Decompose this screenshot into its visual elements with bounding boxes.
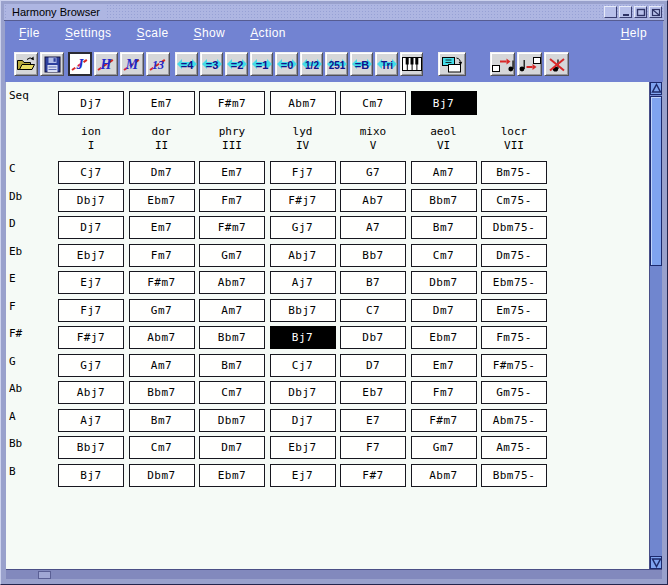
grid-chord-button[interactable]: Fm75- (481, 326, 547, 349)
grid-chord-button[interactable]: F#j7 (270, 189, 336, 212)
grid-chord-button[interactable]: Ab7 (340, 189, 406, 212)
vertical-scrollbar[interactable] (649, 82, 662, 569)
grid-chord-button[interactable]: B7 (340, 271, 406, 294)
horizontal-scrollbar-thumb[interactable] (38, 571, 51, 579)
open-button[interactable] (14, 52, 38, 76)
grid-chord-button[interactable]: F7 (340, 436, 406, 459)
seq-chord-button[interactable]: F#m7 (199, 91, 265, 115)
grid-chord-button[interactable]: Aj7 (58, 409, 124, 432)
grid-chord-button[interactable]: Abj7 (58, 381, 124, 404)
window-blank-button[interactable] (604, 6, 617, 18)
grid-chord-button[interactable]: Abj7 (270, 244, 336, 267)
grid-chord-button[interactable]: Am7 (199, 299, 265, 322)
grid-chord-button[interactable]: Fm7 (129, 244, 195, 267)
grid-chord-button[interactable]: Db7 (340, 326, 406, 349)
menu-file[interactable]: File (19, 26, 40, 40)
grid-chord-button[interactable]: Abm75- (481, 409, 547, 432)
delete-chord-button[interactable] (544, 52, 569, 76)
window-maximize-button[interactable] (634, 6, 647, 18)
grid-chord-button[interactable]: Gm7 (199, 244, 265, 267)
grid-chord-button[interactable]: Ebm7 (411, 326, 477, 349)
voicing-eq3-button[interactable]: =3 (200, 52, 223, 76)
grid-chord-button[interactable]: Am7 (411, 161, 477, 184)
grid-chord-button[interactable]: F#7 (340, 464, 406, 487)
grid-chord-button[interactable]: Em75- (481, 299, 547, 322)
menu-action[interactable]: Action (250, 26, 286, 40)
voicing-eq0-button[interactable]: =0 (275, 52, 298, 76)
voicing-eq1-button[interactable]: =1 (250, 52, 273, 76)
chord-type-h-button[interactable]: H (94, 52, 118, 76)
grid-chord-button[interactable]: Cj7 (270, 354, 336, 377)
grid-chord-button[interactable]: Em7 (199, 161, 265, 184)
grid-chord-button[interactable]: Bm7 (411, 216, 477, 239)
grid-chord-button[interactable]: Gj7 (270, 216, 336, 239)
grid-chord-button[interactable]: Em7 (129, 216, 195, 239)
seq-chord-button[interactable]: Dj7 (58, 91, 124, 115)
grid-chord-button[interactable]: Bm7 (129, 409, 195, 432)
window-minimize-button[interactable] (619, 6, 632, 18)
chord-type-13-button[interactable]: 13 (146, 52, 170, 76)
grid-chord-button[interactable]: Em7 (411, 354, 477, 377)
voicing-eqb-button[interactable]: =B (350, 52, 373, 76)
grid-chord-button[interactable]: Gm7 (411, 436, 477, 459)
grid-chord-button[interactable]: Bm75- (481, 161, 547, 184)
grid-chord-button[interactable]: Bm7 (199, 354, 265, 377)
grid-chord-button[interactable]: Bj7 (270, 326, 336, 349)
grid-chord-button[interactable]: Ebj7 (58, 244, 124, 267)
grid-chord-button[interactable]: Fj7 (58, 299, 124, 322)
voicing-tri-button[interactable]: Tri (375, 52, 398, 76)
grid-chord-button[interactable]: Gm7 (129, 299, 195, 322)
menu-show[interactable]: Show (194, 26, 226, 40)
grid-chord-button[interactable]: Bbj7 (270, 299, 336, 322)
grid-chord-button[interactable]: Dm7 (129, 161, 195, 184)
grid-chord-button[interactable]: Ebm7 (129, 189, 195, 212)
menu-settings[interactable]: Settings (65, 26, 112, 40)
grid-chord-button[interactable]: G7 (340, 161, 406, 184)
keyboard-button[interactable] (400, 52, 423, 76)
grid-chord-button[interactable]: Dm7 (411, 299, 477, 322)
titlebar[interactable]: Harmony Browser (4, 4, 664, 21)
grid-chord-button[interactable]: C7 (340, 299, 406, 322)
grid-chord-button[interactable]: Cj7 (58, 161, 124, 184)
menu-help[interactable]: Help (621, 26, 663, 40)
grid-chord-button[interactable]: Dbj7 (270, 381, 336, 404)
grid-chord-button[interactable]: Am7 (129, 354, 195, 377)
grid-chord-button[interactable]: E7 (340, 409, 406, 432)
chord-type-m-button[interactable]: M (120, 52, 144, 76)
grid-chord-button[interactable]: F#m7 (411, 409, 477, 432)
grid-chord-button[interactable]: Bbm75- (481, 464, 547, 487)
grid-chord-button[interactable]: Dbm7 (199, 409, 265, 432)
save-button[interactable] (40, 52, 64, 76)
grid-chord-button[interactable]: Dj7 (270, 409, 336, 432)
scroll-down-button[interactable] (650, 556, 662, 569)
grid-chord-button[interactable]: Cm75- (481, 189, 547, 212)
copy-to-sequence-button[interactable] (438, 52, 466, 76)
voicing-eq4-button[interactable]: =4 (175, 52, 198, 76)
grid-chord-button[interactable]: F#m75- (481, 354, 547, 377)
grid-chord-button[interactable]: Dm7 (199, 436, 265, 459)
grid-chord-button[interactable]: Dbm75- (481, 216, 547, 239)
grid-chord-button[interactable]: Cm7 (411, 244, 477, 267)
grid-chord-button[interactable]: Ebj7 (270, 436, 336, 459)
seq-chord-button[interactable]: Abm7 (270, 91, 336, 115)
grid-chord-button[interactable]: F#m7 (199, 216, 265, 239)
grid-chord-button[interactable]: Gj7 (58, 354, 124, 377)
grid-chord-button[interactable]: Dbj7 (58, 189, 124, 212)
grid-chord-button[interactable]: Dm75- (481, 244, 547, 267)
grid-chord-button[interactable]: F#j7 (58, 326, 124, 349)
voicing-251-button[interactable]: 251 (325, 52, 348, 76)
grid-chord-button[interactable]: Gm75- (481, 381, 547, 404)
grid-chord-button[interactable]: Ebm7 (199, 464, 265, 487)
grid-chord-button[interactable]: Dbm7 (411, 271, 477, 294)
grid-chord-button[interactable]: Abm7 (411, 464, 477, 487)
window-restore-button[interactable] (649, 6, 662, 18)
grid-chord-button[interactable]: Ej7 (270, 464, 336, 487)
insert-chord-after-button[interactable] (517, 52, 542, 76)
grid-chord-button[interactable]: Cm7 (199, 381, 265, 404)
horizontal-scrollbar[interactable] (6, 569, 662, 579)
seq-chord-button[interactable]: Bj7 (411, 91, 477, 115)
voicing-half-button[interactable]: 1/2 (300, 52, 323, 76)
grid-chord-button[interactable]: Aj7 (270, 271, 336, 294)
grid-chord-button[interactable]: Fj7 (270, 161, 336, 184)
grid-chord-button[interactable]: Bbm7 (411, 189, 477, 212)
